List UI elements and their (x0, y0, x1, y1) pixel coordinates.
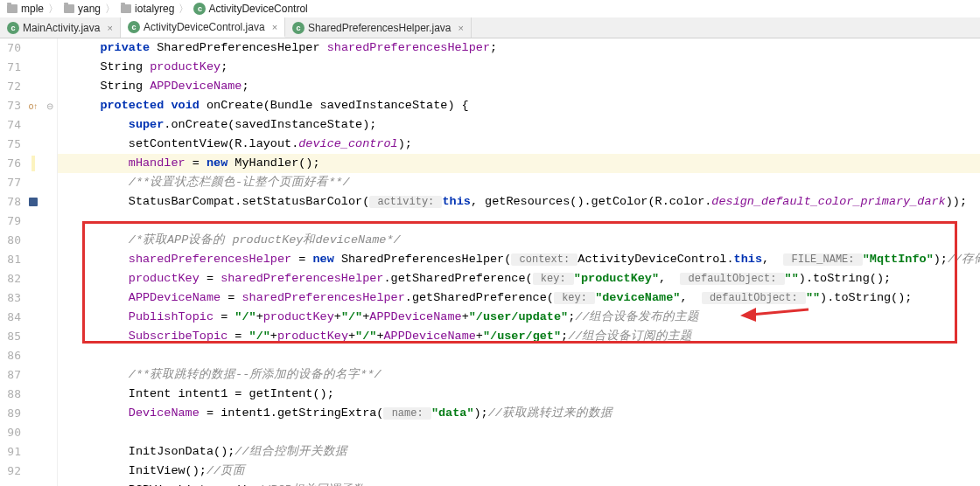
fold-gutter[interactable]: ⊖ (42, 38, 58, 486)
marker-gutter[interactable]: o↑ (24, 38, 42, 486)
line-number: 83 (0, 288, 21, 308)
fold-toggle[interactable] (42, 442, 57, 462)
class-icon: c (128, 21, 140, 33)
gutter-mark[interactable] (24, 462, 42, 481)
breadcrumb: mple 〉 yang 〉 iotalyreg 〉 cActivityDevic… (0, 0, 980, 17)
line-number: 84 (0, 308, 21, 327)
code-line (58, 346, 980, 365)
fold-toggle[interactable] (42, 173, 57, 192)
code-editor[interactable]: 7071727374757677787980818283848586878889… (0, 38, 980, 486)
fold-toggle[interactable] (42, 77, 57, 96)
fold-toggle[interactable] (42, 423, 57, 442)
gutter-mark[interactable] (24, 327, 42, 346)
line-number: 77 (0, 173, 21, 192)
line-number: 86 (0, 346, 21, 365)
gutter-mark[interactable] (24, 423, 42, 442)
line-number: 89 (0, 404, 21, 423)
gutter-mark[interactable]: o↑ (24, 96, 42, 115)
gutter-mark[interactable] (24, 192, 42, 212)
class-icon: c (193, 3, 206, 15)
close-icon[interactable]: × (272, 22, 277, 32)
code-line: protected void onCreate(Bundle savedInst… (58, 96, 980, 115)
fold-toggle[interactable] (42, 38, 57, 58)
fold-toggle[interactable] (42, 481, 57, 486)
gutter-mark[interactable] (24, 404, 42, 423)
class-icon: c (7, 22, 19, 34)
fold-toggle[interactable] (42, 58, 57, 77)
close-icon[interactable]: × (107, 23, 112, 33)
fold-toggle[interactable] (42, 269, 57, 288)
gutter-mark[interactable] (24, 288, 42, 308)
fold-toggle[interactable] (42, 250, 57, 269)
line-number: 81 (0, 250, 21, 269)
crumb-folder-mple[interactable]: mple (4, 3, 46, 15)
fold-toggle[interactable]: ⊖ (42, 96, 57, 115)
line-number: 79 (0, 212, 21, 231)
tab-sharedpreferenceshelper[interactable]: c SharedPreferencesHelper.java × (285, 17, 472, 38)
gutter-mark[interactable] (24, 365, 42, 385)
line-number: 71 (0, 58, 21, 77)
tab-activitydevicecontrol[interactable]: c ActivityDeviceControl.java × (121, 17, 285, 38)
tab-mainactivity[interactable]: c MainActivity.java × (0, 17, 121, 38)
code-line: DeviceName = intent1.getStringExtra( nam… (58, 404, 980, 423)
code-line: /**获取跳转的数据--所添加的设备的名字**/ (58, 365, 980, 385)
gutter-mark[interactable] (24, 250, 42, 269)
fold-toggle[interactable] (42, 327, 57, 346)
line-number: 85 (0, 327, 21, 346)
line-number: 74 (0, 115, 21, 135)
crumb-folder-iotalyreg[interactable]: iotalyreg (117, 3, 177, 15)
crumb-label: ActivityDeviceControl (208, 3, 307, 15)
fold-toggle[interactable] (42, 192, 57, 212)
gutter-mark[interactable] (24, 173, 42, 192)
code-line: productKey = sharedPreferencesHelper.get… (58, 269, 980, 288)
fold-toggle[interactable] (42, 115, 57, 135)
line-number: 93 (0, 481, 21, 486)
fold-toggle[interactable] (42, 135, 57, 154)
gutter-mark[interactable] (24, 481, 42, 486)
line-number: 92 (0, 462, 21, 481)
fold-toggle[interactable] (42, 288, 57, 308)
folder-icon (120, 3, 132, 15)
line-number: 70 (0, 38, 21, 58)
fold-toggle[interactable] (42, 346, 57, 365)
line-number: 72 (0, 77, 21, 96)
crumb-label: yang (78, 3, 101, 15)
gutter-mark[interactable] (24, 38, 42, 58)
gutter-mark[interactable] (24, 58, 42, 77)
code-line: private SharedPreferencesHelper sharedPr… (58, 38, 980, 58)
fold-toggle[interactable] (42, 404, 57, 423)
gutter-mark[interactable] (24, 442, 42, 462)
crumb-class-activitydevicecontrol[interactable]: cActivityDeviceControl (191, 3, 310, 15)
gutter-mark[interactable] (24, 385, 42, 404)
fold-toggle[interactable] (42, 385, 57, 404)
fold-toggle[interactable] (42, 308, 57, 327)
code-line (58, 423, 980, 442)
crumb-separator: 〉 (178, 2, 189, 17)
gutter-mark[interactable] (24, 308, 42, 327)
gutter-mark[interactable] (24, 115, 42, 135)
crumb-label: iotalyreg (135, 3, 174, 15)
fold-toggle[interactable] (42, 365, 57, 385)
close-icon[interactable]: × (458, 23, 464, 33)
gutter-mark[interactable] (24, 269, 42, 288)
fold-toggle[interactable] (42, 154, 57, 173)
crumb-folder-yang[interactable]: yang (60, 3, 103, 15)
code-area[interactable]: private SharedPreferencesHelper sharedPr… (58, 38, 980, 486)
gutter-mark[interactable] (24, 212, 42, 231)
code-line: String productKey; (58, 58, 980, 77)
gutter-mark[interactable] (24, 346, 42, 365)
code-line: Intent intent1 = getIntent(); (58, 385, 980, 404)
code-line: /**设置状态栏颜色-让整个页面好看**/ (58, 173, 980, 192)
gutter-mark[interactable] (24, 135, 42, 154)
gutter-mark[interactable] (24, 231, 42, 250)
editor-tabs: c MainActivity.java × c ActivityDeviceCo… (0, 17, 980, 38)
gutter-mark[interactable] (24, 154, 42, 173)
crumb-separator: 〉 (48, 2, 59, 17)
fold-toggle[interactable] (42, 212, 57, 231)
line-number: 87 (0, 365, 21, 385)
fold-toggle[interactable] (42, 231, 57, 250)
line-number: 80 (0, 231, 21, 250)
crumb-label: mple (21, 3, 44, 15)
gutter-mark[interactable] (24, 77, 42, 96)
fold-toggle[interactable] (42, 462, 57, 481)
